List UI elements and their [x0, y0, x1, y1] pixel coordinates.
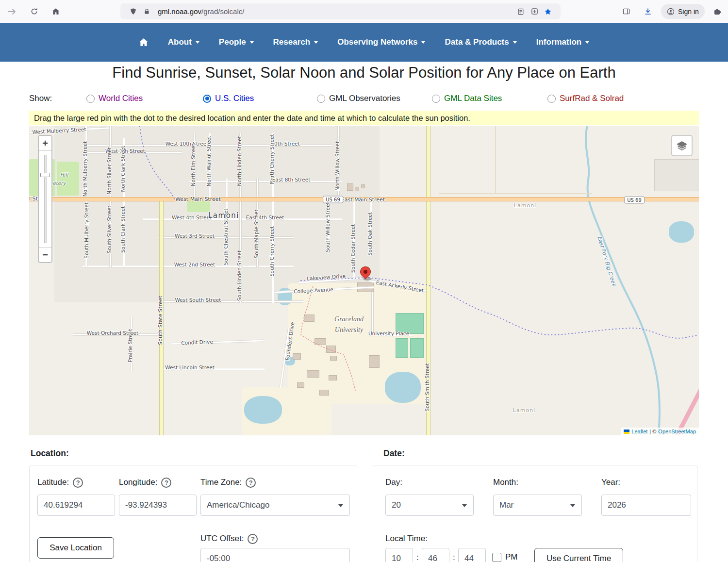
radio-gml-data-sites[interactable]: GML Data Sites [432, 92, 502, 105]
use-current-time-button[interactable]: Use Current Time [534, 548, 623, 562]
reader-mode-button[interactable] [514, 5, 528, 18]
url-path: /grad/solcalc/ [201, 7, 244, 16]
zoom-in-button[interactable]: + [39, 136, 51, 150]
radio-label: GML Observatories [329, 94, 400, 103]
map-label: Hill [60, 172, 68, 178]
map-label: South Linden Street [236, 250, 242, 301]
nav-item-label: Observing Networks [337, 37, 417, 47]
help-icon[interactable]: ? [73, 478, 83, 488]
chevron-down-icon [196, 41, 199, 44]
bookmark-star-icon[interactable] [541, 5, 555, 18]
month-select[interactable]: Mar [493, 495, 582, 516]
map-label: East 4th Street [246, 215, 284, 220]
timezone-select[interactable]: America/Chicago [200, 495, 350, 516]
year-input[interactable] [601, 495, 691, 516]
date-heading: Date: [383, 448, 405, 459]
map-label: West 3rd Street [175, 233, 215, 239]
longitude-input[interactable] [119, 495, 197, 516]
nav-item-label: Research [273, 37, 311, 47]
chevron-down-icon [513, 41, 517, 44]
radio-unchecked-icon [432, 95, 440, 103]
leaflet-link[interactable]: Leaflet [631, 429, 647, 434]
radio-u-s-cities[interactable]: U.S. Cities [203, 92, 254, 105]
sidebar-button[interactable] [618, 4, 634, 19]
route-shield-us69: US 69 [624, 197, 645, 204]
map-label: East 8th Street [272, 177, 311, 182]
nav-item-data-products[interactable]: Data & Products [445, 37, 516, 47]
map-label: West Main Street [175, 196, 221, 202]
month-value: Mar [499, 500, 513, 510]
map-label: Condit Drive [181, 339, 213, 346]
nav-item-observing-networks[interactable]: Observing Networks [337, 37, 425, 47]
leaflet-map[interactable]: US 69US 69West Mulberry StreetWest 10th … [29, 126, 699, 435]
map-label: South State Street [157, 296, 164, 345]
url-bar[interactable]: gml.noaa.gov/grad/solcalc/ [120, 3, 561, 19]
forward-button[interactable] [4, 4, 19, 19]
timezone-label-row: Time Zone: ? [200, 477, 256, 488]
zoom-slider-track[interactable] [39, 150, 51, 248]
location-heading: Location: [31, 448, 69, 459]
time-separator: : [416, 553, 419, 562]
longitude-label: Longitude: [119, 478, 157, 487]
nav-item-research[interactable]: Research [273, 37, 318, 47]
map-label: Lamoni [513, 407, 535, 413]
extensions-button[interactable] [710, 4, 725, 19]
browser-window: gml.noaa.gov/grad/solcalc/ Sign in [0, 0, 728, 562]
layers-icon [676, 139, 688, 152]
help-icon[interactable]: ? [161, 478, 171, 488]
radio-unchecked-icon [86, 95, 95, 103]
nav-item-about[interactable]: About [168, 37, 199, 47]
home-icon [51, 7, 60, 16]
map-label: South Cherry Street [269, 226, 275, 277]
downloads-button[interactable] [640, 4, 656, 19]
save-page-button[interactable] [528, 5, 541, 18]
timezone-label: Time Zone: [200, 478, 242, 487]
nav-home-button[interactable] [139, 38, 149, 47]
openstreetmap-link[interactable]: OpenStreetMap [658, 429, 696, 434]
map-label: West 2nd Street [174, 262, 215, 267]
map-label: North Willow Street [334, 141, 340, 191]
reload-button[interactable] [26, 4, 42, 19]
nav-item-information[interactable]: Information [536, 37, 590, 47]
minute-input[interactable] [422, 548, 449, 562]
radio-gml-observatories[interactable]: GML Observatories [317, 92, 400, 105]
month-label: Month: [493, 477, 518, 488]
nav-item-people[interactable]: People [219, 37, 254, 47]
day-select[interactable]: 20 [385, 495, 474, 516]
hour-input[interactable] [385, 548, 413, 562]
page-title: Find Sunrise, Sunset, Solar Noon and Sol… [0, 61, 728, 84]
radio-label: U.S. Cities [215, 94, 254, 103]
help-icon[interactable]: ? [248, 534, 258, 544]
radio-checked-icon [203, 95, 211, 103]
pm-checkbox[interactable] [492, 553, 501, 562]
year-label: Year: [601, 477, 620, 488]
shield-icon[interactable] [126, 5, 140, 18]
map-label: West Orchard Street [87, 330, 138, 336]
attribution-separator: | © [649, 429, 656, 434]
chevron-down-icon [585, 41, 589, 44]
route-shield-us69: US 69 [323, 196, 343, 203]
layers-control[interactable] [671, 135, 693, 156]
boundary-line [140, 126, 174, 199]
zoom-slider-handle[interactable] [40, 173, 50, 177]
lock-icon[interactable] [140, 5, 153, 18]
map-label: East Main Street [341, 197, 385, 203]
second-input[interactable] [458, 548, 486, 562]
radio-surfrad-solrad[interactable]: SurfRad & Solrad [547, 92, 624, 105]
map-label: North Clark Street [120, 146, 126, 192]
map-label: South Clark Street [120, 206, 126, 253]
help-icon[interactable]: ? [246, 478, 256, 488]
day-label: Day: [385, 477, 402, 488]
utc-offset-input[interactable] [200, 548, 350, 562]
timezone-value: America/Chicago [207, 500, 269, 510]
save-location-button[interactable]: Save Location [37, 537, 114, 559]
home-button[interactable] [48, 4, 64, 19]
map-label: University Place [368, 331, 409, 336]
chevron-down-icon [421, 41, 425, 44]
sign-in-button[interactable]: Sign in [661, 4, 705, 19]
radio-world-cities[interactable]: World Cities [86, 92, 143, 105]
radio-unchecked-icon [317, 95, 325, 103]
zoom-out-button[interactable]: − [39, 248, 51, 262]
latitude-label: Latitude: [37, 478, 69, 487]
latitude-input[interactable] [37, 495, 115, 516]
